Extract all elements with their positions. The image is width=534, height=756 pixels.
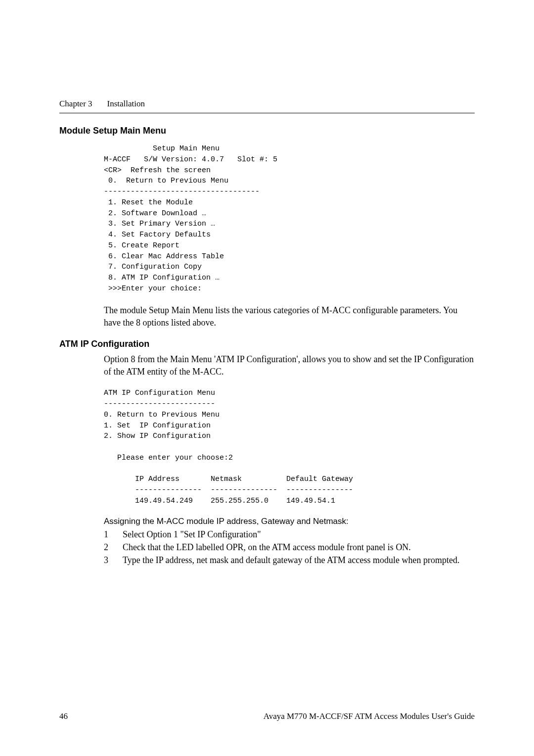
list-item: 3 Type the IP address, net mask and defa… xyxy=(104,554,475,566)
steps-list: 1 Select Option 1 "Set IP Configuration"… xyxy=(104,528,475,567)
setup-menu-code: Setup Main Menu M-ACCF S/W Version: 4.0.… xyxy=(104,143,475,294)
section1-heading: Module Setup Main Menu xyxy=(59,126,475,136)
running-header: Chapter 3 Installation xyxy=(59,99,475,109)
header-rule xyxy=(59,113,475,113)
item-text: Check that the LED labelled OPR, on the … xyxy=(123,541,411,553)
page-number: 46 xyxy=(59,711,68,721)
item-number: 2 xyxy=(104,541,113,553)
item-number: 1 xyxy=(104,528,113,540)
page-footer: 46 Avaya M770 M-ACCF/SF ATM Access Modul… xyxy=(59,711,475,721)
section2-heading: ATM IP Configuration xyxy=(59,339,475,349)
atm-ip-config-code: ATM IP Configuration Menu --------------… xyxy=(104,388,475,506)
footer-doc-title: Avaya M770 M-ACCF/SF ATM Access Modules … xyxy=(264,711,475,721)
item-number: 3 xyxy=(104,554,113,566)
list-item: 1 Select Option 1 "Set IP Configuration" xyxy=(104,528,475,540)
chapter-label: Chapter 3 xyxy=(59,99,92,109)
item-text: Type the IP address, net mask and defaul… xyxy=(123,554,459,566)
item-text: Select Option 1 "Set IP Configuration" xyxy=(123,528,261,540)
section1-paragraph: The module Setup Main Menu lists the var… xyxy=(104,304,475,329)
chapter-title: Installation xyxy=(107,99,145,109)
document-page: Chapter 3 Installation Module Setup Main… xyxy=(0,0,534,756)
list-item: 2 Check that the LED labelled OPR, on th… xyxy=(104,541,475,553)
section2-paragraph: Option 8 from the Main Menu 'ATM IP Conf… xyxy=(104,353,475,378)
assign-heading: Assigning the M-ACC module IP address, G… xyxy=(104,517,475,526)
